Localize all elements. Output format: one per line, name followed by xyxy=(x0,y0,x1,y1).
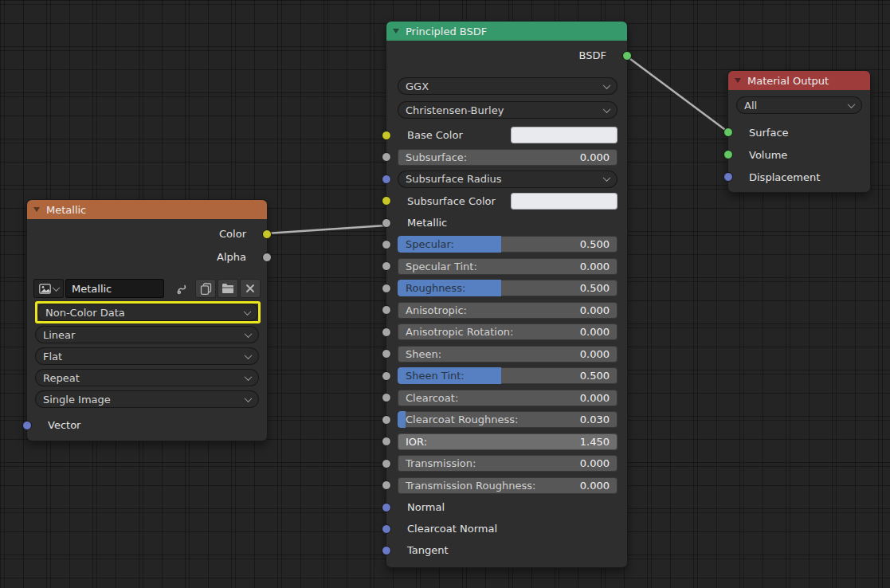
copy-button[interactable] xyxy=(195,279,216,298)
target-dropdown-value: All xyxy=(744,100,844,112)
principled-base-color-input-socket[interactable] xyxy=(382,131,391,140)
target-dropdown[interactable]: All xyxy=(736,96,862,114)
node-material-output[interactable]: Material Output All SurfaceVolumeDisplac… xyxy=(727,70,871,193)
dropdown-repeat[interactable]: Repeat xyxy=(35,369,259,386)
unlink-hook-button[interactable] xyxy=(171,279,194,298)
slider-roughness[interactable]: Roughness:0.500 xyxy=(398,280,618,296)
param-row-sheen: Sheen:0.000 xyxy=(386,343,627,366)
chevron-down-icon xyxy=(603,105,611,113)
param-label-clearcoat-normal: Clearcoat Normal xyxy=(407,523,497,535)
input-row-volume: Volume xyxy=(728,143,870,166)
metallic-color-output-socket[interactable] xyxy=(262,229,272,239)
input-row-surface: Surface xyxy=(728,121,870,143)
unlink-hook-icon xyxy=(175,281,190,296)
slider-sheen-tint[interactable]: Sheen Tint:0.500 xyxy=(398,367,618,384)
node-editor-canvas[interactable]: { "editor": { "background_color": "#2424… xyxy=(0,0,890,588)
principled-bsdf-output-socket[interactable] xyxy=(622,51,632,61)
input-label-surface: Surface xyxy=(749,127,789,139)
color-swatch-base-color[interactable] xyxy=(511,127,618,143)
principled-specular-tint-input-socket[interactable] xyxy=(382,261,391,271)
dropdown-flat[interactable]: Flat xyxy=(35,347,259,365)
principled-clearcoat-roughness-input-socket[interactable] xyxy=(382,415,391,425)
input-row-displacement: Displacement xyxy=(728,166,870,188)
image-name-field[interactable]: Metallic xyxy=(65,279,164,298)
slider-clearcoat[interactable]: Clearcoat:0.000 xyxy=(398,390,618,406)
principled-clearcoat-input-socket[interactable] xyxy=(382,393,391,402)
slider-transmission-roughness[interactable]: Transmission Roughness:0.000 xyxy=(398,477,618,494)
chevron-down-icon xyxy=(603,81,611,89)
highlight-box: Non-Color Data xyxy=(35,301,261,323)
metallic-alpha-output-socket[interactable] xyxy=(262,253,272,262)
param-label-subsurface-color: Subsurface Color xyxy=(398,195,496,207)
principled-subsurface-radius-input-socket[interactable] xyxy=(382,174,391,184)
slider-sheen[interactable]: Sheen:0.000 xyxy=(398,346,618,363)
slider-anisotropic[interactable]: Anisotropic:0.000 xyxy=(398,302,618,319)
node-title: Material Output xyxy=(747,75,829,87)
input-label-volume: Volume xyxy=(749,149,787,161)
slider-label-specular-tint: Specular Tint: xyxy=(398,261,580,272)
slider-anisotropic-rotation[interactable]: Anisotropic Rotation:0.000 xyxy=(398,323,618,340)
dropdown-subsurface-radius[interactable]: Subsurface Radius xyxy=(398,171,618,188)
slider-value-sheen: 0.000 xyxy=(580,348,618,360)
wire-bsdf-surface[interactable] xyxy=(627,57,727,131)
principled-subsurface-color-input-socket[interactable] xyxy=(382,196,391,206)
slider-label-clearcoat: Clearcoat: xyxy=(398,392,580,404)
node-material-output-header[interactable]: Material Output xyxy=(728,71,870,90)
dropdown-ggx[interactable]: GGX xyxy=(398,77,618,95)
node-principled-bsdf[interactable]: Principled BSDF BSDF GGXChristensen-Burl… xyxy=(386,21,628,568)
principled-sheen-input-socket[interactable] xyxy=(382,349,391,359)
principled-roughness-input-socket[interactable] xyxy=(382,284,391,293)
wire-color-metallic[interactable] xyxy=(266,225,386,233)
image-browse-button[interactable] xyxy=(33,279,64,298)
dropdown-wrap-flat: Flat xyxy=(35,347,259,365)
principled-normal-input-socket[interactable] xyxy=(382,503,391,512)
dropdown-single-image[interactable]: Single Image xyxy=(35,390,259,408)
collapse-triangle-icon[interactable] xyxy=(33,207,40,212)
principled-subsurface-input-socket[interactable] xyxy=(382,152,391,162)
dropdown-value-linear: Linear xyxy=(43,329,241,341)
principled-tangent-input-socket[interactable] xyxy=(382,546,391,555)
slider-value-specular-tint: 0.000 xyxy=(580,261,618,272)
slider-value-clearcoat: 0.000 xyxy=(580,392,618,404)
principled-transmission-input-socket[interactable] xyxy=(382,459,391,468)
principled-transmission-roughness-input-socket[interactable] xyxy=(382,480,391,490)
slider-specular[interactable]: Specular:0.500 xyxy=(398,236,618,253)
param-label-base-color: Base Color xyxy=(398,129,463,141)
material-output-volume-input-socket[interactable] xyxy=(723,150,733,159)
principled-anisotropic-input-socket[interactable] xyxy=(382,305,391,315)
dropdown-linear[interactable]: Linear xyxy=(35,326,259,343)
metallic-vector-input-socket[interactable] xyxy=(22,421,32,430)
principled-sheen-tint-input-socket[interactable] xyxy=(382,371,391,381)
node-principled-header[interactable]: Principled BSDF xyxy=(386,22,627,41)
collapse-triangle-icon[interactable] xyxy=(393,29,399,33)
node-title: Principled BSDF xyxy=(406,25,487,37)
param-row-subsurface: Subsurface:0.000 xyxy=(386,147,627,169)
slider-clearcoat-roughness[interactable]: Clearcoat Roughness:0.030 xyxy=(398,411,618,428)
dropdown-value-christensen-burley: Christensen-Burley xyxy=(406,104,599,116)
slider-specular-tint[interactable]: Specular Tint:0.000 xyxy=(398,258,618,275)
slider-subsurface[interactable]: Subsurface:0.000 xyxy=(398,149,618,166)
principled-ior-input-socket[interactable] xyxy=(382,437,391,446)
principled-metallic-input-socket[interactable] xyxy=(382,218,391,228)
node-metallic[interactable]: Metallic ColorAlpha Metallic xyxy=(26,199,268,441)
slider-transmission[interactable]: Transmission:0.000 xyxy=(398,455,618,472)
collapse-triangle-icon[interactable] xyxy=(735,78,741,83)
open-image-button[interactable] xyxy=(218,279,238,298)
color-swatch-subsurface-color[interactable] xyxy=(511,193,618,210)
unlink-datablock-button[interactable] xyxy=(240,279,261,298)
chevron-down-icon xyxy=(244,308,252,316)
principled-anisotropic-rotation-input-socket[interactable] xyxy=(382,327,391,337)
slider-ior[interactable]: IOR:1.450 xyxy=(398,433,618,450)
node-metallic-header[interactable]: Metallic xyxy=(27,200,267,219)
principled-specular-input-socket[interactable] xyxy=(382,240,391,249)
param-row-anisotropic: Anisotropic:0.000 xyxy=(386,300,627,322)
dropdown-wrap-repeat: Repeat xyxy=(35,369,259,386)
dropdown-christensen-burley[interactable]: Christensen-Burley xyxy=(398,101,618,119)
principled-clearcoat-normal-input-socket[interactable] xyxy=(382,524,391,534)
slider-label-specular: Specular: xyxy=(398,238,580,250)
dropdown-non-color-data[interactable]: Non-Color Data xyxy=(37,304,258,321)
param-label-normal: Normal xyxy=(407,501,445,513)
material-output-surface-input-socket[interactable] xyxy=(723,127,733,137)
slider-label-subsurface: Subsurface: xyxy=(398,151,580,163)
material-output-displacement-input-socket[interactable] xyxy=(723,172,733,182)
